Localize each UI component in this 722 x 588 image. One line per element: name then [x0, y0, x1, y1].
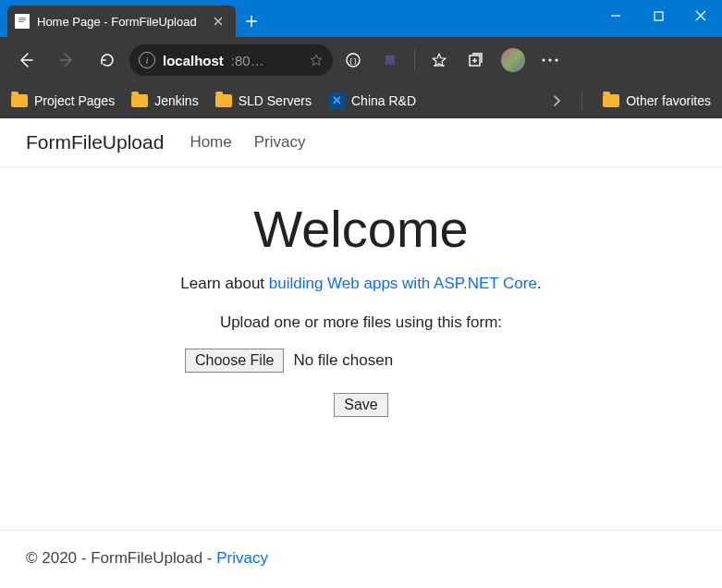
- file-status-text: No file chosen: [293, 351, 393, 370]
- save-button[interactable]: Save: [334, 393, 387, 417]
- bookmark-label: Project Pages: [34, 93, 115, 108]
- bookmark-sld-servers[interactable]: SLD Servers: [215, 93, 312, 108]
- lede-link[interactable]: building Web apps with ASP.NET Core: [269, 275, 537, 292]
- main-content: Welcome Learn about building Web apps wi…: [0, 167, 722, 417]
- site-navbar: FormFileUpload Home Privacy: [0, 118, 722, 167]
- other-favorites-label: Other favorites: [626, 93, 711, 108]
- folder-icon: [11, 94, 28, 107]
- nav-link-home[interactable]: Home: [190, 133, 231, 152]
- footer-text: © 2020 - FormFileUpload -: [26, 549, 216, 567]
- other-favorites[interactable]: Other favorites: [603, 93, 711, 108]
- page-content: FormFileUpload Home Privacy Welcome Lear…: [0, 118, 722, 417]
- bookmark-label: China R&D: [351, 93, 416, 108]
- footer-link-privacy[interactable]: Privacy: [216, 549, 268, 567]
- choose-file-button[interactable]: Choose File: [185, 349, 284, 373]
- extension-icon-2[interactable]: [373, 43, 407, 77]
- bookbar-separator: [581, 91, 582, 111]
- lede-paragraph: Learn about building Web apps with ASP.N…: [37, 275, 685, 293]
- nav-back-button[interactable]: [7, 43, 44, 77]
- window-minimize-button[interactable]: [594, 0, 637, 31]
- link-icon: ✕: [328, 92, 345, 109]
- toolbar-separator: [414, 50, 415, 70]
- new-tab-button[interactable]: [236, 6, 267, 37]
- nav-refresh-button[interactable]: [89, 43, 126, 77]
- svg-rect-2: [18, 19, 26, 20]
- collections-icon[interactable]: [459, 43, 493, 77]
- bookmark-project-pages[interactable]: Project Pages: [11, 93, 115, 108]
- window-controls: [594, 0, 722, 31]
- address-bar[interactable]: i localhost:80…: [129, 44, 333, 76]
- folder-icon: [131, 94, 148, 107]
- svg-rect-4: [655, 12, 663, 20]
- favorite-star-icon[interactable]: [309, 53, 324, 67]
- site-footer: © 2020 - FormFileUpload - Privacy: [0, 530, 722, 588]
- bookmarks-bar: Project Pages Jenkins SLD Servers ✕ Chin…: [0, 83, 722, 118]
- bookmark-label: SLD Servers: [239, 93, 312, 108]
- svg-point-10: [548, 58, 551, 61]
- svg-rect-3: [18, 21, 24, 22]
- svg-rect-7: [385, 55, 395, 65]
- bookmark-label: Jenkins: [154, 93, 198, 108]
- tab-title: Home Page - FormFileUpload: [37, 15, 197, 29]
- svg-point-11: [555, 58, 557, 61]
- window-maximize-button[interactable]: [637, 0, 679, 31]
- nav-link-privacy[interactable]: Privacy: [254, 133, 306, 152]
- tab-close-button[interactable]: [210, 13, 226, 30]
- bookmark-jenkins[interactable]: Jenkins: [131, 93, 198, 108]
- menu-button[interactable]: [533, 43, 567, 77]
- browser-tab[interactable]: Home Page - FormFileUpload: [7, 6, 236, 37]
- folder-icon: [215, 94, 232, 107]
- site-brand[interactable]: FormFileUpload: [26, 131, 164, 153]
- favorites-icon[interactable]: [422, 43, 456, 77]
- file-input-row: Choose File No file chosen: [37, 349, 685, 373]
- page-heading: Welcome: [37, 199, 685, 259]
- lede-prefix: Learn about: [180, 275, 268, 292]
- lede-suffix: .: [537, 275, 542, 292]
- site-info-icon[interactable]: i: [139, 52, 155, 68]
- svg-point-9: [542, 58, 545, 61]
- window-close-button[interactable]: [679, 0, 722, 31]
- browser-titlebar: Home Page - FormFileUpload: [0, 0, 722, 37]
- browser-toolbar: i localhost:80… { }: [0, 37, 722, 83]
- extension-icon-1[interactable]: { }: [337, 43, 370, 77]
- address-rest: :80…: [231, 53, 264, 68]
- bookmark-china-rnd[interactable]: ✕ China R&D: [328, 92, 416, 109]
- tab-favicon: [15, 14, 30, 29]
- svg-rect-1: [18, 18, 26, 18]
- address-host: localhost: [163, 53, 224, 68]
- profile-avatar[interactable]: [496, 43, 530, 77]
- nav-forward-button[interactable]: [48, 43, 85, 77]
- upload-instructions: Upload one or more files using this form…: [37, 313, 685, 332]
- bookmarks-overflow-chevron[interactable]: [552, 94, 561, 107]
- folder-icon: [603, 94, 619, 107]
- svg-text:{ }: { }: [349, 56, 357, 65]
